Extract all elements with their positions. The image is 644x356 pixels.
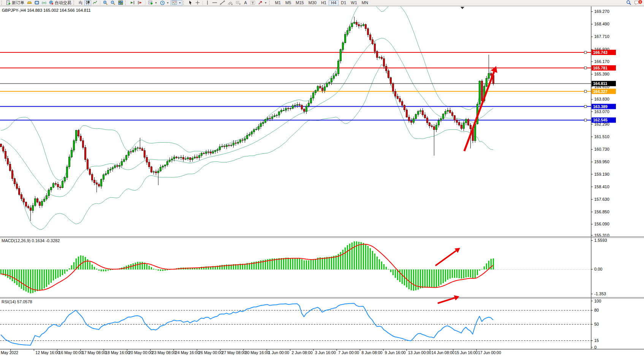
chart-shift-button[interactable]	[136, 0, 144, 6]
svg-text:18 May 16:00: 18 May 16:00	[105, 350, 130, 355]
arrow-shape-icon	[258, 0, 263, 5]
timeframe-d1[interactable]: D1	[339, 0, 348, 6]
hline-handle[interactable]	[584, 90, 587, 93]
autotrade-label: 自动交易	[55, 0, 71, 6]
tile-windows-icon	[118, 0, 123, 5]
cursor-tool-button[interactable]	[187, 0, 194, 6]
svg-text:1 Jun 00:00: 1 Jun 00:00	[268, 350, 289, 355]
arrows-tool-button[interactable]: ▼	[257, 0, 268, 6]
svg-text:166.743: 166.743	[593, 50, 608, 55]
timeframe-m5[interactable]: M5	[283, 0, 293, 6]
timeframe-m30[interactable]: M30	[306, 0, 319, 6]
toolbar-grip	[73, 1, 76, 5]
svg-text:100: 100	[594, 299, 601, 303]
svg-text:161.510: 161.510	[594, 134, 609, 139]
svg-text:165.781: 165.781	[593, 66, 608, 70]
vertical-line-icon	[206, 0, 209, 5]
svg-text:May 2022: May 2022	[1, 350, 18, 355]
dropdown-caret: ▼	[166, 2, 169, 4]
svg-text:RSI(14) 57.0578: RSI(14) 57.0578	[2, 299, 32, 304]
hline-handle[interactable]	[584, 119, 587, 121]
timeframe-mn[interactable]: MN	[359, 0, 370, 6]
clock-icon	[160, 0, 165, 5]
zoom-out-button[interactable]	[109, 0, 117, 6]
timeframe-h1[interactable]: H1	[319, 0, 329, 6]
text-tool-button[interactable]: A	[242, 0, 249, 6]
timeframe-m15[interactable]: M15	[293, 0, 306, 6]
add-indicator-icon	[148, 0, 153, 5]
svg-text:15 Jun 16:00: 15 Jun 16:00	[455, 350, 478, 355]
label-tool-button[interactable]: T	[249, 0, 256, 6]
trendline-tool-button[interactable]	[219, 0, 226, 6]
search-icon	[626, 0, 631, 5]
hline-handle[interactable]	[584, 106, 587, 108]
svg-text:F: F	[239, 3, 241, 5]
svg-text:-1.353: -1.353	[594, 291, 606, 296]
hline-handle[interactable]	[584, 51, 587, 54]
zoom-in-button[interactable]	[102, 0, 109, 6]
deposit-button[interactable]	[26, 0, 33, 6]
svg-text:167.710: 167.710	[594, 34, 609, 39]
line-chart-icon	[93, 0, 97, 5]
signal-icon	[42, 0, 46, 5]
svg-text:27 May 08:00: 27 May 08:00	[222, 350, 246, 355]
svg-text:169.270: 169.270	[594, 9, 609, 14]
toolbar-grip	[183, 1, 185, 5]
auto-scroll-icon	[130, 0, 135, 5]
svg-text:159.950: 159.950	[594, 159, 609, 164]
macd-label: MACD(12,26,9) 0.1634 -0.3282	[2, 238, 60, 243]
zoom-in-icon	[103, 0, 108, 5]
svg-text:20 May 00:00: 20 May 00:00	[129, 350, 153, 355]
timeframe-h4[interactable]: H4	[329, 0, 339, 6]
candlestick-chart-button[interactable]	[84, 0, 91, 6]
text-label-icon: T	[250, 0, 255, 5]
bar-chart-button[interactable]	[77, 0, 84, 6]
toolbar: 新订单	[0, 0, 644, 6]
search-button[interactable]	[625, 0, 633, 6]
svg-text:157.630: 157.630	[594, 197, 609, 202]
vertical-line-tool-button[interactable]	[204, 0, 210, 6]
zoom-out-icon	[111, 0, 116, 5]
hline-handle[interactable]	[584, 67, 587, 69]
crosshair-tool-button[interactable]	[194, 0, 201, 6]
templates-button[interactable]: ▼	[171, 0, 182, 6]
svg-text:163.389: 163.389	[593, 104, 608, 109]
svg-text:164.811: 164.811	[593, 81, 608, 86]
svg-text:23 May 08:00: 23 May 08:00	[152, 350, 176, 355]
text-a-icon: A	[244, 0, 248, 5]
auto-scroll-button[interactable]	[129, 0, 136, 6]
svg-text:3 Jun 16:00: 3 Jun 16:00	[315, 350, 336, 355]
indicators-button[interactable]: ▼	[147, 0, 158, 6]
periods-button[interactable]: ▼	[159, 0, 170, 6]
chart-canvas[interactable]: 169.270168.490167.710166.930166.170165.3…	[0, 6, 644, 356]
autotrade-button[interactable]: 自动交易	[48, 0, 73, 6]
new-order-button[interactable]: 新订单	[5, 0, 25, 6]
horizontal-line-tool-button[interactable]	[211, 0, 218, 6]
timeframe-buttons: M1M5M15M30H1H4D1W1MN	[273, 0, 370, 6]
toolbar-grip	[269, 1, 271, 5]
trendline-icon	[220, 0, 225, 5]
fibonacci-tool-button[interactable]: F	[234, 0, 242, 6]
svg-text:163.070: 163.070	[594, 109, 609, 114]
fibonacci-icon: F	[236, 0, 241, 5]
svg-text:30 May 16:00: 30 May 16:00	[245, 350, 269, 355]
gold-icon	[27, 0, 32, 5]
dropdown-caret: ▼	[264, 2, 267, 4]
template-icon	[172, 0, 177, 5]
svg-text:0.00: 0.00	[594, 267, 602, 271]
svg-text:12 May 16:00: 12 May 16:00	[35, 350, 60, 355]
svg-text:17 May 08:00: 17 May 08:00	[82, 350, 106, 355]
signals-button[interactable]	[41, 0, 47, 6]
toolbar-separator	[100, 1, 100, 5]
terminal-button[interactable]	[33, 0, 40, 6]
svg-text:168.490: 168.490	[594, 22, 609, 26]
equidistant-channel-tool-button[interactable]: E	[226, 0, 234, 6]
timeframe-w1[interactable]: W1	[348, 0, 359, 6]
line-chart-button[interactable]	[92, 0, 98, 6]
tile-windows-button[interactable]	[117, 0, 124, 6]
timeframe-m1[interactable]: M1	[273, 0, 283, 6]
svg-text:165.390: 165.390	[594, 72, 609, 76]
channel-icon: E	[228, 0, 233, 5]
svg-text:163.830: 163.830	[594, 97, 609, 101]
chat-button[interactable]: 1	[633, 0, 641, 6]
